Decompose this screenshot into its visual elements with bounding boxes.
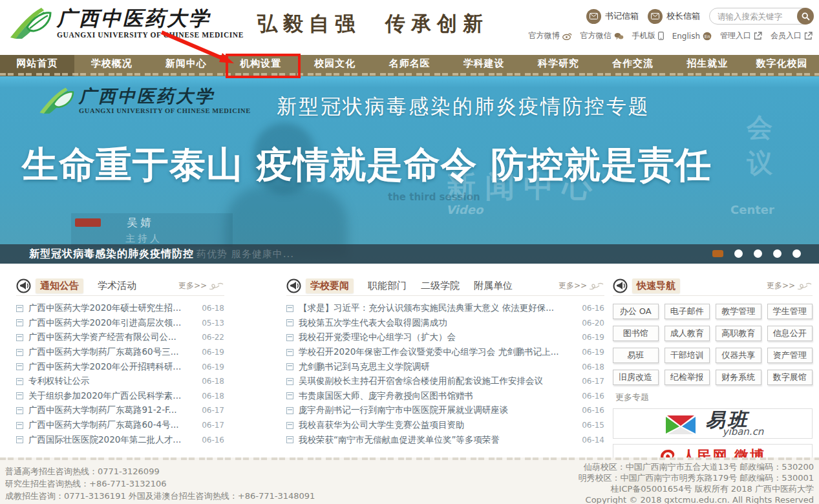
quick-btn-digital-hall[interactable]: 数字展馆 — [767, 370, 813, 385]
more-label: 更多>> — [178, 280, 207, 291]
motto-part1: 弘毅自强 — [257, 12, 361, 35]
carousel-dot[interactable] — [734, 249, 743, 258]
notice-item[interactable]: 广西中医药大学2020年引进高层次领...05-13 — [16, 316, 224, 331]
news-item[interactable]: 尤剑鹏书记到马克思主义学院调研06-18 — [286, 359, 604, 374]
news-title: 韦贵康国医大师、庞宇舟教授向区图书馆赠书 — [299, 390, 577, 402]
news-title: 我校喜获华为公司大学生竞赛公益项目资助 — [299, 419, 577, 431]
official-weibo-link[interactable]: 官方微博 — [529, 30, 572, 41]
quick-btn-vocational-education[interactable]: 高职教育 — [716, 326, 761, 341]
notice-item[interactable]: 广西中医药大学制药厂东葛路91-2-F...06-17 — [16, 403, 224, 418]
quick-btn-adult-education[interactable]: 成人教育 — [665, 326, 710, 341]
carousel-dot-active[interactable] — [712, 250, 723, 257]
official-wechat-label: 官方微信 — [580, 30, 612, 41]
svg-text:En: En — [705, 34, 710, 38]
banner-bg-text-video: Video — [446, 203, 483, 216]
school-news-more-link[interactable]: 更多>> — [558, 280, 604, 291]
flourish-icon — [589, 282, 604, 291]
carousel-dot[interactable] — [773, 249, 782, 258]
news-title: 庞宇舟副书记一行到南宁市中医医院开展就业调研座谈 — [299, 404, 577, 416]
yiban-banner[interactable]: 易班 yiban.cn — [613, 408, 813, 439]
notice-title: 广西中医药大学制药厂东葛路60号三... — [28, 346, 197, 358]
news-item[interactable]: 我校荣获“南宁市无偿献血促进奖单位奖”等多项荣誉06-14 — [286, 432, 604, 447]
list-bullet-icon — [286, 334, 293, 341]
news-date: 06-16 — [577, 304, 604, 313]
notices-list: 广西中医药大学2020年硕士研究生招...06-18 广西中医药大学2020年引… — [16, 301, 224, 447]
notice-item[interactable]: 广西国际壮医医院2020年第二批人才...06-16 — [16, 432, 224, 447]
quick-nav-more-link[interactable]: 更多>> — [767, 280, 813, 291]
news-date: 06-15 — [577, 421, 604, 430]
quick-btn-cadre-training[interactable]: 干部培训 — [665, 348, 710, 363]
tab-notices[interactable]: 通知公告 — [36, 278, 83, 293]
official-wechat-link[interactable]: 官方微信 — [580, 30, 624, 41]
tab-functional-departments[interactable]: 职能部门 — [368, 280, 407, 292]
news-item[interactable]: 庞宇舟副书记一行到南宁市中医医院开展就业调研座谈06-16 — [286, 403, 604, 418]
quick-btn-oa[interactable]: 办公 OA — [613, 304, 659, 319]
tab-school-news[interactable]: 学校要闻 — [306, 278, 354, 293]
english-site-label: English — [672, 32, 700, 41]
quick-btn-finance-system[interactable]: 财务系统 — [716, 370, 761, 385]
megaphone-icon — [16, 278, 31, 293]
mobile-icon — [658, 32, 664, 40]
tab-affiliated-units[interactable]: 附属单位 — [474, 280, 513, 292]
wechat-icon — [614, 32, 624, 40]
quick-btn-student-mgmt[interactable]: 学生管理 — [767, 304, 813, 319]
megaphone-icon — [613, 278, 628, 293]
tab-secondary-colleges[interactable]: 二级学院 — [421, 280, 460, 292]
school-news-panel: 学校要闻 职能部门 二级学院 附属单位 更多>> 【求是】习近平：充分认识颁布实… — [286, 277, 604, 447]
more-topics-link[interactable]: 更多专题 — [615, 392, 649, 403]
university-name-en: GUANGXI UNIVERSITY OF CHINESE MEDICINE — [57, 31, 244, 39]
notice-item[interactable]: 广西中医药大学2020年硕士研究生招...06-18 — [16, 301, 224, 316]
english-site-link[interactable]: English En — [672, 32, 712, 41]
news-item[interactable]: 我校喜获华为公司大学生竞赛公益项目资助06-15 — [286, 418, 604, 433]
quick-btn-housing-renovation[interactable]: 旧房改造 — [613, 370, 659, 385]
quick-btn-library[interactable]: 图书馆 — [613, 326, 659, 341]
admin-portal-link[interactable]: 管理入口 — [720, 30, 762, 41]
news-item[interactable]: 我校第五次学生代表大会取得圆满成功06-20 — [286, 316, 604, 331]
carousel-dot[interactable] — [792, 249, 801, 258]
notice-title: 广西中医药大学2020年公开招聘科研... — [28, 361, 197, 373]
news-item[interactable]: 吴琪俊副校长主持召开宿舍综合楼使用前配套设施工作安排会议06-17 — [286, 374, 604, 389]
carousel-caption[interactable]: 新型冠状病毒感染的肺炎疫情防控 — [29, 247, 194, 261]
news-item[interactable]: 学校召开2020年保密工作会议暨党委中心组学习会 尤剑鹏书记上...06-19 — [286, 345, 604, 360]
university-logo-icon — [37, 85, 76, 115]
news-date: 06-18 — [577, 362, 604, 372]
list-bullet-icon — [16, 305, 23, 312]
notice-item[interactable]: 关于组织参加2020年广西公民科学素...06-18 — [16, 389, 224, 404]
notice-title: 广西中医药大学2020年硕士研究生招... — [28, 302, 197, 314]
news-item[interactable]: 韦贵康国医大师、庞宇舟教授向区图书馆赠书06-16 — [286, 389, 604, 404]
news-item[interactable]: 【求是】习近平：充分认识颁布实施民法典重大意义 依法更好保...06-16 — [286, 301, 604, 316]
president-mailbox-link[interactable]: 校长信箱 — [648, 9, 700, 24]
notices-more-link[interactable]: 更多>> — [178, 280, 224, 291]
presenter-name: 吴婧 — [127, 215, 154, 230]
notice-item[interactable]: 专利权转让公示06-18 — [16, 374, 224, 389]
list-bullet-icon — [286, 407, 293, 414]
secretary-mailbox-link[interactable]: 书记信箱 — [586, 9, 639, 24]
carousel-dot[interactable] — [754, 249, 762, 258]
hotline-gaokao: 普通高考招生咨询热线：0771-3126099 — [5, 465, 315, 478]
notice-item[interactable]: 广西中医药大学制药厂东葛路60-4号...06-17 — [16, 418, 224, 433]
quick-btn-instrument-sharing[interactable]: 仪器共享 — [716, 348, 761, 363]
site-logo[interactable]: 广西中医药大学 GUANGXI UNIVERSITY OF CHINESE ME… — [8, 5, 244, 40]
mobile-version-label: 手机版 — [632, 30, 655, 41]
tab-academic-activities[interactable]: 学术活动 — [98, 280, 136, 292]
hero-carousel-slide[interactable]: 新闻中心 会议 Video Center the third session 广… — [0, 76, 819, 264]
university-logo-icon — [8, 5, 54, 40]
notice-item[interactable]: 广西中医药大学制药厂东葛路60号三...06-19 — [16, 345, 224, 360]
quick-btn-asset-mgmt[interactable]: 资产管理 — [767, 348, 813, 363]
list-bullet-icon — [16, 422, 23, 429]
quick-btn-discipline-report[interactable]: 纪检举报 — [665, 370, 710, 385]
search-button[interactable] — [797, 8, 814, 25]
nav-dashed-divider — [0, 73, 819, 76]
member-portal-link[interactable]: 会员入口 — [771, 30, 813, 41]
quick-btn-yiban[interactable]: 易班 — [613, 348, 659, 363]
banner-bg-text-center: Center — [730, 203, 774, 216]
mobile-version-link[interactable]: 手机版 — [632, 30, 664, 41]
list-bullet-icon — [16, 363, 23, 370]
news-item[interactable]: 我校召开党委理论中心组学习（扩大）会06-19 — [286, 330, 604, 345]
notice-item[interactable]: 广西中医药大学2020年公开招聘科研...06-19 — [16, 359, 224, 374]
notice-item[interactable]: 广西中医药大学资产经营有限公司公...06-22 — [16, 330, 224, 345]
notice-date: 06-16 — [197, 436, 224, 445]
quick-btn-email[interactable]: 电子邮件 — [665, 304, 710, 319]
quick-btn-teaching-mgmt[interactable]: 教学管理 — [716, 304, 761, 319]
quick-btn-info-disclosure[interactable]: 信息公开 — [767, 326, 813, 341]
